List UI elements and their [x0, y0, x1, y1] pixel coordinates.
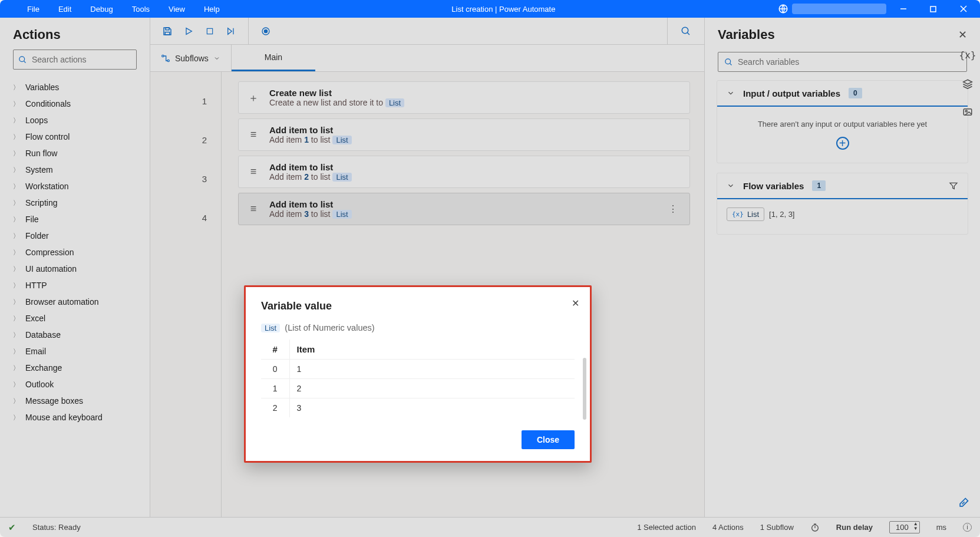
account-icon[interactable] [778, 4, 788, 14]
cell-item: 1 [289, 360, 575, 379]
window-title: List creation | Power Automate [229, 5, 778, 14]
cell-item: 2 [289, 379, 575, 398]
menu-help[interactable]: Help [194, 5, 229, 14]
cell-index: 2 [261, 398, 289, 418]
dialog-close-button[interactable]: Close [522, 430, 575, 449]
menu-file[interactable]: File [18, 5, 49, 14]
menu-bar: File Edit Debug Tools View Help [0, 5, 229, 14]
cell-item: 3 [289, 398, 575, 418]
account-pill[interactable] [792, 4, 886, 14]
cell-index: 1 [261, 379, 289, 398]
dialog-variable-chip: List [261, 324, 280, 332]
menu-tools[interactable]: Tools [123, 5, 159, 14]
cell-index: 0 [261, 360, 289, 379]
svg-rect-2 [930, 6, 936, 12]
title-bar: File Edit Debug Tools View Help List cre… [0, 0, 980, 18]
minimize-button[interactable] [890, 0, 916, 18]
dialog-title: Variable value [261, 300, 575, 312]
dialog-type-description: (List of Numeric values) [285, 323, 374, 332]
table-row[interactable]: 12 [261, 379, 575, 398]
dialog-close-icon[interactable]: ✕ [572, 298, 579, 309]
menu-debug[interactable]: Debug [81, 5, 122, 14]
table-row[interactable]: 01 [261, 360, 575, 379]
menu-view[interactable]: View [159, 5, 194, 14]
col-item-header: Item [289, 340, 575, 360]
variable-value-dialog: Variable value ✕ List (List of Numeric v… [244, 285, 592, 463]
variable-value-table: # Item 011223 [261, 340, 575, 417]
dialog-scrollbar[interactable] [583, 358, 586, 420]
modal-overlay: Variable value ✕ List (List of Numeric v… [0, 18, 980, 537]
close-window-button[interactable] [950, 0, 976, 18]
col-index-header: # [261, 340, 289, 360]
menu-edit[interactable]: Edit [49, 5, 81, 14]
maximize-button[interactable] [920, 0, 946, 18]
table-row[interactable]: 23 [261, 398, 575, 418]
